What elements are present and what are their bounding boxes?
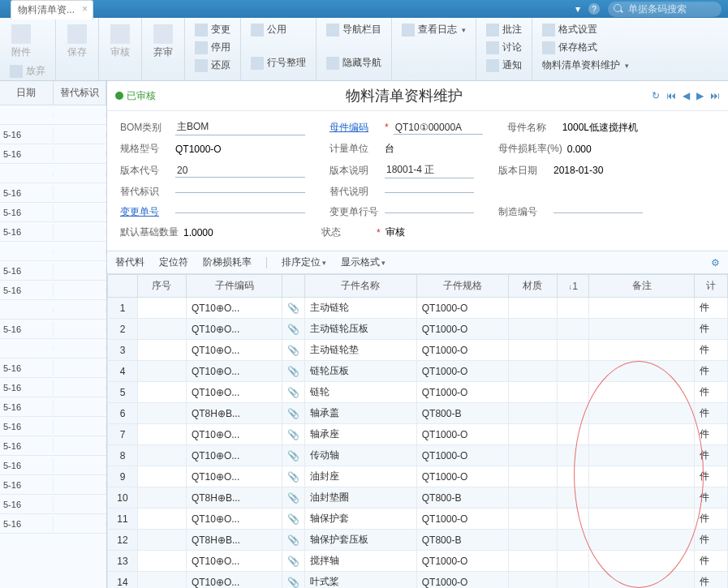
state-value: 审核 — [386, 225, 405, 239]
grid-settings-icon[interactable]: ⚙ — [711, 257, 720, 268]
list-item[interactable]: 5-16 — [0, 261, 106, 281]
table-row[interactable]: 14QT10⊕O...📎叶式桨QT1000-O件 — [108, 572, 728, 589]
list-item[interactable]: 5-16 — [0, 358, 106, 378]
col-seq[interactable]: 序号 — [138, 275, 187, 298]
col-unit[interactable]: 计 — [695, 275, 728, 298]
alt-field[interactable] — [175, 191, 305, 193]
table-row[interactable]: 13QT10⊕O...📎搅拌轴QT1000-O件 — [108, 551, 728, 572]
list-item[interactable] — [0, 105, 106, 125]
table-row[interactable]: 9QT10⊕O...📎油封座QT1000-O件 — [108, 466, 728, 487]
maintain-button[interactable]: 物料清单资料维护▾ — [539, 57, 632, 74]
left-col-altflag[interactable]: 替代标识 — [54, 81, 107, 105]
list-item[interactable] — [0, 339, 106, 358]
hidenav-button[interactable]: 隐藏导航 — [323, 54, 385, 71]
document-tab[interactable]: 物料清单资... × — [11, 0, 93, 19]
table-row[interactable]: 2QT10⊕O...📎主动链轮压板QT1000-O件 — [108, 319, 728, 340]
parent-code-label[interactable]: 母件编码 — [330, 121, 380, 135]
restore-button[interactable]: 还原 — [192, 57, 234, 74]
chgno-label[interactable]: 变更单号 — [120, 205, 170, 219]
list-item[interactable]: 5-16 — [0, 436, 106, 456]
change-button[interactable]: 变更 — [192, 21, 234, 38]
chevron-down-icon[interactable]: ▾ — [575, 3, 580, 15]
public-button[interactable]: 公用 — [248, 21, 309, 38]
navbar-button[interactable]: 导航栏目 — [323, 21, 385, 38]
col-child-name[interactable]: 子件名称 — [305, 275, 417, 298]
table-row[interactable]: 5QT10⊕O...📎链轮QT1000-O件 — [108, 382, 728, 403]
list-item[interactable]: 5-16 — [0, 417, 106, 436]
saveformat-icon — [542, 41, 555, 54]
required-mark: * — [385, 122, 389, 133]
state-label: 状态 — [321, 225, 372, 239]
search-input[interactable]: 单据条码搜索 — [608, 2, 722, 17]
saveformat-button[interactable]: 保存格式 — [539, 39, 632, 56]
alt-material-button[interactable]: 替代料 — [115, 255, 144, 269]
list-item[interactable]: 5-16 — [0, 320, 106, 339]
list-item[interactable] — [0, 164, 106, 183]
mfgno-field[interactable] — [554, 211, 643, 213]
table-row[interactable]: 1QT10⊕O...📎主动链轮QT1000-O件 — [108, 298, 728, 319]
chgno-field[interactable] — [175, 211, 305, 213]
format-button[interactable]: 格式设置 — [539, 21, 632, 38]
notify-button[interactable]: 通知 — [483, 57, 525, 74]
list-item[interactable]: 5-16 — [0, 495, 106, 514]
save-button[interactable]: 保存 — [62, 21, 92, 62]
unaudit-button[interactable]: 弃审 — [149, 21, 178, 62]
next-icon[interactable]: ▶ — [696, 90, 704, 101]
title-bar: 物料清单资... × ▾ ? 单据条码搜索 — [0, 0, 728, 18]
discuss-button[interactable]: 讨论 — [483, 39, 525, 56]
step-loss-button[interactable]: 阶梯损耗率 — [203, 255, 252, 269]
chgrow-field[interactable] — [385, 211, 474, 213]
table-row[interactable]: 10QT8H⊕B...📎油封垫圈QT800-B件 — [108, 487, 728, 509]
list-item[interactable]: 5-16 — [0, 144, 106, 164]
verdesc-field[interactable]: 18001-4 正 — [385, 162, 474, 178]
list-item[interactable]: 5-16 — [0, 125, 106, 144]
left-col-date[interactable]: 日期 — [0, 81, 54, 105]
col-material[interactable]: 材质 — [508, 275, 557, 298]
bom-type-field[interactable]: 主BOM — [175, 119, 305, 135]
list-item[interactable]: 5-16 — [0, 203, 106, 222]
list-item[interactable]: 5-16 — [0, 397, 106, 417]
approve-button[interactable]: 批注 — [483, 21, 525, 38]
col-sort[interactable]: ↓1 — [557, 275, 589, 298]
discard-button[interactable]: 放弃 — [6, 62, 49, 79]
stop-button[interactable]: 停用 — [192, 39, 234, 56]
list-item[interactable] — [0, 242, 106, 261]
table-row[interactable]: 4QT10⊕O...📎链轮压板QT1000-O件 — [108, 361, 728, 382]
list-item[interactable]: 5-16 — [0, 475, 106, 495]
first-icon[interactable]: ⏮ — [666, 90, 676, 101]
table-row[interactable]: 11QT10⊕O...📎轴保护套QT1000-O件 — [108, 509, 728, 530]
table-row[interactable]: 3QT10⊕O...📎主动链轮垫QT1000-O件 — [108, 340, 728, 361]
sort-locate-button[interactable]: 排序定位▾ — [282, 255, 326, 269]
col-remark[interactable]: 备注 — [589, 275, 695, 298]
table-row[interactable]: 6QT8H⊕B...📎轴承盖QT800-B件 — [108, 403, 728, 424]
form-area: BOM类别主BOM 母件编码*QT10①00000A 母件名称1000L低速搅拌… — [107, 111, 728, 251]
ver-label: 版本代号 — [120, 164, 170, 178]
table-row[interactable]: 7QT10⊕O...📎轴承座QT1000-O件 — [108, 424, 728, 445]
altdesc-field[interactable] — [385, 191, 474, 193]
col-child-spec[interactable]: 子件规格 — [416, 275, 508, 298]
ver-field[interactable]: 20 — [175, 164, 305, 178]
display-format-button[interactable]: 显示格式▾ — [341, 255, 386, 269]
list-item[interactable] — [0, 300, 106, 320]
list-item[interactable]: 5-16 — [0, 378, 106, 397]
close-icon[interactable]: × — [82, 3, 88, 15]
parent-code-field[interactable]: QT10①00000A — [394, 121, 483, 135]
ribbon: 附件 放弃 保存 审核 弃审 变更 停用 还原 公用 行号整理 导航栏目 隐藏导… — [0, 18, 728, 81]
rowsort-button[interactable]: 行号整理 — [248, 54, 309, 71]
list-item[interactable]: 5-16 — [0, 222, 106, 242]
last-icon[interactable]: ⏭ — [710, 90, 720, 101]
list-item[interactable]: 5-16 — [0, 514, 106, 534]
prev-icon[interactable]: ◀ — [683, 90, 690, 101]
list-item[interactable]: 5-16 — [0, 456, 106, 475]
list-item[interactable]: 5-16 — [0, 183, 106, 203]
table-row[interactable]: 12QT8H⊕B...📎轴保护套压板QT800-B件 — [108, 530, 728, 551]
col-child-code[interactable]: 子件编码 — [186, 275, 282, 298]
locator-button[interactable]: 定位符 — [159, 255, 188, 269]
audit-button[interactable]: 审核 — [106, 21, 135, 62]
attach-button[interactable]: 附件 — [6, 21, 36, 62]
table-row[interactable]: 8QT10⊕O...📎传动轴QT1000-O件 — [108, 445, 728, 466]
viewlog-button[interactable]: 查看日志▾ — [398, 21, 469, 38]
help-icon[interactable]: ? — [588, 3, 600, 15]
refresh-icon[interactable]: ↻ — [652, 90, 660, 101]
list-item[interactable]: 5-16 — [0, 281, 106, 300]
